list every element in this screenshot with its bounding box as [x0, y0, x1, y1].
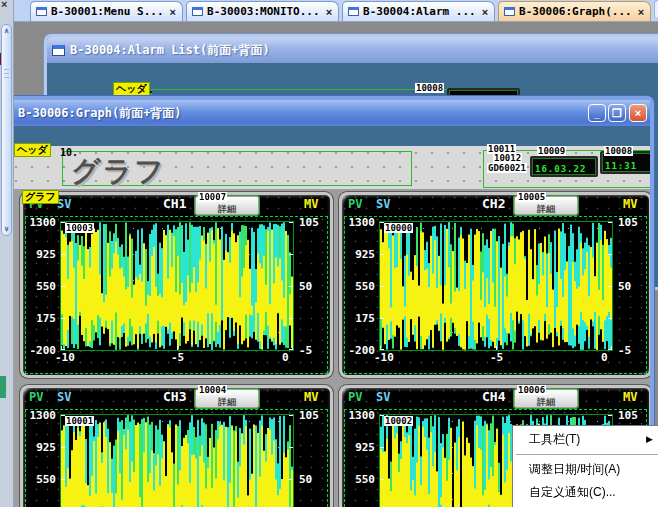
- close-icon[interactable]: ×: [638, 6, 644, 18]
- y-axis-tick: 550: [36, 473, 56, 486]
- trend-plot[interactable]: [60, 414, 294, 507]
- tab-b30003[interactable]: B-30003:MONITO... ×: [186, 1, 339, 21]
- screen-title-text: グラフ: [71, 152, 166, 192]
- panel-close-icon[interactable]: ×: [1, 0, 7, 10]
- window-icon: [348, 7, 359, 16]
- y-axis-tick: 105: [618, 216, 638, 229]
- date-display-part[interactable]: 16.03.22: [530, 156, 598, 177]
- x-axis-tick: -5: [171, 351, 184, 364]
- part-id-label: 10001: [65, 416, 94, 426]
- menu-item-custom-notification[interactable]: 自定义通知(C)...: [513, 481, 658, 504]
- graph-part-ch3[interactable]: PV SV CH3 詳細 10004 MV 1300925550175-200 …: [20, 385, 333, 507]
- graph-part-ch1[interactable]: グラフ PV SV CH1 詳細 10007 MV 1300925550175-…: [20, 192, 333, 378]
- panel-marker: [0, 376, 6, 398]
- close-icon[interactable]: ×: [326, 6, 332, 18]
- y-axis-tick: 105: [299, 216, 319, 229]
- screen-top-band: [8, 126, 650, 146]
- screen-header-band: ヘッダ 10. グラフ 10011 10012 GD60021 16.03.22…: [8, 146, 650, 189]
- maximize-button[interactable]: ❐: [608, 104, 626, 122]
- panel-scrollbar[interactable]: ∧ ∨: [1, 24, 12, 236]
- part-id-label: GD60021: [487, 163, 527, 173]
- header-part-tag[interactable]: ヘッダ: [14, 143, 51, 157]
- trend-plot[interactable]: [379, 221, 613, 351]
- x-axis-tick: -5: [490, 351, 503, 364]
- y-axis-tick: 50: [299, 473, 312, 486]
- tab-b30006[interactable]: B-30006:Graph(... ×: [498, 1, 651, 21]
- part-id-label: 10000: [384, 223, 413, 233]
- close-icon[interactable]: ×: [482, 6, 488, 18]
- menu-item-toolbar[interactable]: 工具栏(T) ▶: [513, 428, 658, 451]
- date-value: 16.03.22: [535, 164, 586, 174]
- x-axis-tick: 0: [601, 351, 608, 364]
- channel-name: CH4: [482, 389, 505, 404]
- y-axis-tick: 50: [299, 280, 312, 293]
- sv-legend: SV: [57, 390, 71, 404]
- document-tab-bar: B-30001:Menu S... × B-30003:MONITO... × …: [0, 0, 658, 22]
- tab-scroll-buttons: ◀ ▶: [654, 0, 658, 19]
- detail-button-label: 詳細: [218, 397, 236, 407]
- scrollbar-grip[interactable]: [4, 69, 9, 78]
- window-title: B-30006:Graph(前面+背面): [18, 105, 182, 122]
- menu-item-label: 自定义通知(C)...: [529, 485, 616, 499]
- graph-part-tag[interactable]: グラフ: [22, 190, 59, 204]
- docked-panel-strip: × ∧ ∨: [0, 0, 14, 507]
- y-axis-tick: -200: [349, 344, 376, 357]
- window-icon: [36, 7, 47, 16]
- chevron-down-icon[interactable]: ∨: [2, 225, 11, 233]
- graph-part-ch2[interactable]: PV SV CH2 詳細 10005 MV 1300925550175-200 …: [339, 192, 650, 378]
- titlebar-b30004[interactable]: B-30004:Alarm List(前面+背面): [47, 37, 658, 63]
- y-axis-tick: -200: [30, 344, 57, 357]
- header-part-tag[interactable]: ヘッダ: [113, 82, 150, 96]
- y-axis-tick: 105: [618, 409, 638, 422]
- y-axis-tick: 50: [618, 280, 631, 293]
- y-axis-right: 10550-5: [297, 385, 331, 507]
- y-axis-tick: 1300: [349, 409, 376, 422]
- part-id-label: 10006: [517, 385, 546, 395]
- y-axis-tick: 550: [36, 280, 56, 293]
- titlebar-b30006[interactable]: B-30006:Graph(前面+背面) _ ❐ ×: [8, 100, 650, 126]
- minimize-button[interactable]: _: [588, 104, 606, 122]
- menu-item-label: 工具栏(T): [529, 432, 580, 446]
- y-axis-left: 1300925550175-200: [339, 385, 377, 507]
- part-id-label: 10003: [65, 223, 94, 233]
- y-axis-tick: 105: [299, 409, 319, 422]
- menu-separator: [516, 454, 658, 455]
- window-icon: [192, 7, 203, 16]
- sv-legend: SV: [376, 197, 390, 211]
- x-axis-tick: 0: [282, 351, 289, 364]
- sv-legend: SV: [57, 197, 71, 211]
- channel-name: CH2: [482, 196, 505, 211]
- y-axis-tick: 1300: [349, 216, 376, 229]
- y-axis-tick: 925: [355, 248, 375, 261]
- submenu-arrow-icon: ▶: [646, 428, 653, 451]
- chevron-up-icon[interactable]: ∧: [2, 27, 11, 35]
- tab-label: B-30001:Menu S...: [51, 5, 164, 18]
- tab-label: B-30004:Alarm ...: [363, 5, 476, 18]
- screen-title-part[interactable]: グラフ: [62, 151, 412, 186]
- detail-button-label: 詳細: [537, 204, 555, 214]
- y-axis-tick: 925: [355, 441, 375, 454]
- window-icon: [52, 45, 65, 56]
- y-axis-tick: 175: [355, 312, 375, 325]
- y-axis-tick: 550: [355, 280, 375, 293]
- y-axis-tick: 925: [36, 441, 56, 454]
- menu-item-adjust-datetime[interactable]: 调整日期/时间(A): [513, 458, 658, 481]
- part-id-label: 10004: [198, 385, 227, 395]
- tab-b30004[interactable]: B-30004:Alarm ... ×: [342, 1, 495, 21]
- part-id-label: 10002: [384, 416, 413, 426]
- y-axis-tick: 175: [36, 312, 56, 325]
- channel-name: CH1: [163, 196, 186, 211]
- tab-label: B-30003:MONITO...: [207, 5, 320, 18]
- y-axis-tick: -5: [299, 344, 312, 357]
- y-axis-left: 1300925550175-200: [339, 192, 377, 378]
- channel-name: CH3: [163, 389, 186, 404]
- close-icon[interactable]: ×: [170, 6, 176, 18]
- tab-b30001[interactable]: B-30001:Menu S... ×: [30, 1, 183, 21]
- window-icon: [504, 7, 515, 16]
- window-title: B-30004:Alarm List(前面+背面): [70, 42, 270, 59]
- y-axis-tick: 1300: [30, 409, 57, 422]
- part-id-label: 10009: [537, 146, 566, 156]
- trend-plot[interactable]: [60, 221, 294, 351]
- tab-label: B-30006:Graph(...: [519, 5, 632, 18]
- close-button[interactable]: ×: [629, 104, 647, 122]
